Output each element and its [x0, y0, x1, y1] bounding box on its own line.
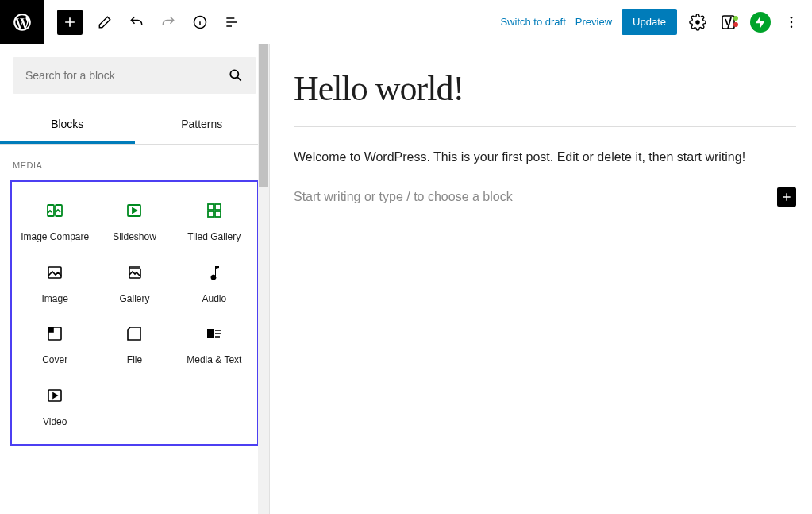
title-separator	[294, 126, 796, 127]
redo-icon	[160, 14, 176, 30]
svg-rect-11	[208, 204, 214, 210]
search-icon	[228, 68, 244, 83]
media-text-icon	[205, 324, 224, 343]
jetpack-icon	[754, 16, 767, 29]
more-options-button[interactable]	[780, 11, 802, 33]
block-label: Image	[41, 293, 67, 306]
block-image[interactable]: Image	[15, 252, 94, 314]
edit-icon	[97, 14, 113, 30]
yoast-button[interactable]	[718, 11, 741, 33]
add-block-button[interactable]	[57, 10, 83, 35]
block-label: Cover	[42, 354, 67, 367]
inserter-scrollbar[interactable]	[258, 44, 269, 514]
gallery-icon	[125, 263, 144, 282]
plus-icon	[780, 191, 793, 203]
details-button[interactable]	[186, 8, 214, 37]
outline-button[interactable]	[217, 8, 246, 37]
redo-button[interactable]	[154, 8, 183, 37]
tab-blocks[interactable]: Blocks	[0, 106, 135, 144]
block-slideshow[interactable]: Slideshow	[94, 190, 174, 252]
block-video[interactable]: Video	[15, 375, 94, 437]
wordpress-logo[interactable]	[0, 0, 44, 44]
inserter-tabs: Blocks Patterns	[0, 106, 269, 145]
audio-icon	[205, 263, 224, 282]
svg-point-7	[230, 70, 238, 78]
jetpack-button[interactable]	[750, 12, 771, 33]
svg-point-3	[733, 22, 738, 27]
block-image-compare[interactable]: Image Compare	[15, 190, 94, 252]
block-cover[interactable]: Cover	[15, 313, 94, 375]
media-blocks-grid: Image Compare Slideshow Tiled Gallery Im…	[10, 180, 260, 446]
undo-icon	[129, 14, 144, 30]
block-label: Audio	[202, 293, 226, 306]
tiled-gallery-icon	[205, 201, 224, 220]
file-icon	[125, 324, 144, 343]
block-label: Tiled Gallery	[187, 231, 241, 244]
image-compare-icon	[45, 201, 64, 220]
block-gallery[interactable]: Gallery	[94, 252, 174, 314]
settings-button[interactable]	[687, 11, 709, 33]
main-area: Blocks Patterns Media Image Compare Slid…	[0, 44, 812, 514]
svg-rect-12	[215, 204, 221, 210]
block-label: Slideshow	[113, 231, 156, 244]
block-label: Image Compare	[21, 231, 89, 244]
cover-icon	[45, 324, 64, 343]
wordpress-icon	[12, 12, 33, 33]
block-file[interactable]: File	[94, 313, 174, 375]
tab-patterns[interactable]: Patterns	[135, 106, 270, 144]
block-media-text[interactable]: Media & Text	[175, 313, 254, 375]
section-title-media: Media	[0, 145, 269, 180]
switch-to-draft-link[interactable]: Switch to draft	[500, 16, 565, 28]
block-label: Gallery	[119, 293, 149, 306]
dots-vertical-icon	[783, 14, 799, 30]
edit-tool-button[interactable]	[90, 8, 119, 37]
top-toolbar: Switch to draft Preview Update	[0, 0, 812, 44]
plus-icon	[62, 14, 78, 30]
svg-rect-19	[207, 329, 214, 338]
new-block-row[interactable]: Start writing or type / to choose a bloc…	[294, 187, 796, 207]
add-block-inline-button[interactable]	[777, 187, 796, 207]
svg-rect-18	[48, 327, 53, 332]
block-placeholder: Start writing or type / to choose a bloc…	[294, 190, 513, 204]
toolbar-right: Switch to draft Preview Update	[500, 9, 812, 35]
editor-canvas: Hello world! Welcome to WordPress. This …	[270, 44, 812, 514]
svg-rect-14	[215, 211, 221, 217]
block-label: Media & Text	[187, 354, 241, 367]
block-label: File	[127, 354, 142, 367]
post-body-paragraph[interactable]: Welcome to WordPress. This is your first…	[294, 148, 796, 167]
block-audio[interactable]: Audio	[175, 252, 254, 314]
info-icon	[192, 14, 208, 30]
scrollbar-thumb[interactable]	[259, 44, 268, 187]
svg-point-6	[791, 25, 793, 28]
update-button[interactable]: Update	[622, 9, 677, 35]
svg-point-4	[791, 16, 793, 18]
svg-rect-13	[208, 211, 214, 217]
block-tiled-gallery[interactable]: Tiled Gallery	[175, 190, 254, 252]
yoast-icon	[720, 13, 739, 32]
image-icon	[45, 263, 64, 282]
block-inserter-panel: Blocks Patterns Media Image Compare Slid…	[0, 44, 270, 514]
svg-point-5	[791, 21, 793, 23]
block-label: Video	[43, 416, 67, 429]
gear-icon	[689, 14, 706, 31]
list-view-icon	[224, 14, 240, 30]
block-search[interactable]	[13, 57, 256, 94]
toolbar-left	[0, 0, 248, 44]
svg-rect-15	[48, 267, 61, 278]
video-icon	[45, 386, 64, 405]
preview-link[interactable]: Preview	[575, 16, 612, 28]
post-title[interactable]: Hello world!	[294, 68, 796, 109]
undo-button[interactable]	[122, 8, 151, 37]
slideshow-icon	[125, 201, 144, 220]
svg-point-2	[733, 16, 738, 21]
search-input[interactable]	[25, 69, 228, 82]
